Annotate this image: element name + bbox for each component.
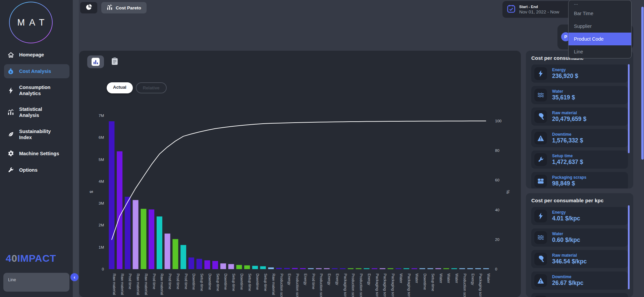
cost-card-energy[interactable]: Energy236,920 $ (531, 65, 628, 83)
pareto-bar[interactable] (165, 234, 170, 269)
sidebar-item-sustainability-index[interactable]: Sustainability Index (0, 125, 73, 144)
sidebar-item-machine-settings[interactable]: Machine Settings (0, 146, 73, 161)
wrench-icon (534, 153, 547, 166)
cost-card-downtime[interactable]: Downtime1,576,332 $ (531, 129, 628, 147)
sidebar-item-options[interactable]: Options (0, 163, 73, 177)
dropdown-option-line[interactable]: Line (569, 45, 631, 58)
sidebar-item-consumption-analytics[interactable]: Consumption Analytics (0, 81, 73, 100)
cost-card-label: Raw material (552, 111, 586, 115)
pareto-bar[interactable] (483, 268, 489, 269)
left-axis-tick: 1M (99, 245, 104, 249)
dropdown-option--[interactable]: ... (569, 0, 631, 7)
panel-cost-per-consumable: Cost per consumableEnergy236,920 $Water3… (526, 51, 633, 188)
pareto-bar[interactable] (404, 268, 409, 269)
pareto-bar[interactable] (356, 268, 362, 269)
sidebar-item-label: Options (19, 167, 38, 173)
cost-card-value: 4.01 $/kpc (552, 215, 580, 222)
date-range-picker[interactable]: Start - End Nov 01, 2022 - Now (502, 1, 572, 18)
pareto-bar[interactable] (324, 268, 330, 269)
sidebar-item-statistical-analysis[interactable]: Statistical Analysis (0, 102, 73, 122)
pareto-bar[interactable] (284, 268, 290, 269)
pareto-bar[interactable] (236, 265, 242, 269)
pareto-bar[interactable] (395, 268, 401, 269)
pareto-bar[interactable] (388, 268, 393, 269)
pareto-bar[interactable] (475, 268, 481, 269)
pareto-bar[interactable] (332, 268, 337, 269)
sidebar-item-cost-analysis[interactable]: $Cost Analysis (4, 64, 69, 78)
pareto-bar[interactable] (172, 239, 178, 269)
sidebar-item-homepage[interactable]: Homepage (0, 48, 73, 62)
left-axis-tick: 7M (99, 114, 104, 118)
cost-card-label: Energy (552, 210, 580, 215)
pareto-bar[interactable] (459, 268, 465, 269)
pareto-bar[interactable] (308, 268, 314, 269)
sidebar-collapse-button[interactable]: ‹ (70, 273, 78, 281)
pareto-bar[interactable] (109, 121, 114, 269)
cost-card-packaging-scraps[interactable]: Packaging scraps98,849 $ (531, 172, 628, 188)
line-selector[interactable]: Line (3, 273, 69, 292)
pareto-bar[interactable] (141, 209, 146, 269)
x-axis-label: Prod time (176, 273, 180, 289)
dropdown-option-bar-time[interactable]: Bar Time (569, 7, 631, 20)
pareto-bar[interactable] (244, 265, 250, 269)
left-axis-unit: $ (89, 191, 94, 193)
right-axis-tick: 20 (495, 238, 499, 242)
tab-cost-pareto[interactable]: Cost Pareto (101, 2, 147, 13)
sidebar-edge-strip (73, 0, 79, 297)
app-logo: MAT (9, 2, 53, 43)
pareto-bar[interactable] (443, 268, 449, 269)
pareto-bar[interactable] (149, 209, 154, 269)
pareto-bar[interactable] (157, 216, 162, 269)
pareto-bar[interactable] (380, 268, 385, 269)
cost-card-energy[interactable]: Energy4.01 $/kpc (531, 207, 628, 225)
dropdown-option-supplier[interactable]: Supplier (569, 20, 631, 33)
pareto-bar[interactable] (260, 266, 266, 269)
pareto-bar[interactable] (204, 260, 210, 269)
panel-scrollbar[interactable] (628, 64, 630, 153)
pareto-chart[interactable]: 7M6M5M4M3M2M1M0100806040200$%Raw materia… (79, 51, 521, 297)
pareto-bar[interactable] (125, 197, 130, 269)
cost-card-water[interactable]: Water0.60 $/kpc (531, 228, 628, 247)
pareto-bar[interactable] (412, 268, 417, 269)
pareto-bar[interactable] (348, 268, 354, 269)
pareto-bar[interactable] (268, 267, 274, 269)
right-axis-tick: 0 (495, 267, 497, 271)
cost-card-water[interactable]: Water35,619 $ (531, 86, 628, 104)
pareto-bar[interactable] (435, 268, 441, 269)
left-axis-tick: 2M (99, 223, 104, 227)
pareto-bar[interactable] (189, 257, 194, 269)
pareto-bar[interactable] (467, 268, 473, 269)
cost-card-partial[interactable] (531, 293, 628, 297)
x-axis-label: Prod time (312, 273, 316, 289)
pareto-bar[interactable] (180, 245, 186, 269)
pareto-bar[interactable] (276, 268, 282, 269)
pareto-bar[interactable] (372, 268, 377, 269)
pareto-bar[interactable] (228, 264, 234, 269)
pareto-bar[interactable] (133, 200, 139, 269)
pareto-bar[interactable] (427, 268, 433, 269)
pareto-bar[interactable] (364, 268, 369, 269)
pareto-bar[interactable] (117, 151, 122, 269)
x-axis-label: Energy (335, 273, 339, 285)
pie-chart-view-button[interactable] (80, 2, 97, 13)
pareto-bar[interactable] (252, 266, 258, 269)
sidebar-item-label: Sustainability Index (19, 128, 63, 140)
pareto-bar[interactable] (212, 261, 218, 269)
cost-card-raw-material[interactable]: Raw material20,479,659 $ (531, 108, 628, 126)
pareto-bar[interactable] (316, 268, 322, 269)
x-axis-label: Production scraps (463, 273, 467, 297)
panel-scrollbar[interactable] (628, 205, 630, 289)
pareto-bar[interactable] (292, 268, 298, 269)
pareto-bar[interactable] (220, 263, 226, 269)
cost-card-downtime[interactable]: Downtime26.67 $/kpc (531, 271, 628, 290)
pareto-bar[interactable] (451, 268, 457, 269)
pareto-bar[interactable] (300, 268, 306, 269)
pareto-bar[interactable] (340, 268, 345, 269)
cost-card-setup-time[interactable]: Setup time1,472,637 $ (531, 151, 628, 169)
pareto-bar[interactable] (420, 268, 425, 269)
cost-card-raw-material[interactable]: Raw material346.54 $/kpc (531, 250, 628, 268)
page-scrollbar[interactable] (641, 7, 644, 160)
dropdown-option-product-code[interactable]: Product Code (569, 33, 631, 45)
cost-card-value: 35,619 $ (552, 94, 575, 101)
pareto-bar[interactable] (197, 259, 202, 269)
